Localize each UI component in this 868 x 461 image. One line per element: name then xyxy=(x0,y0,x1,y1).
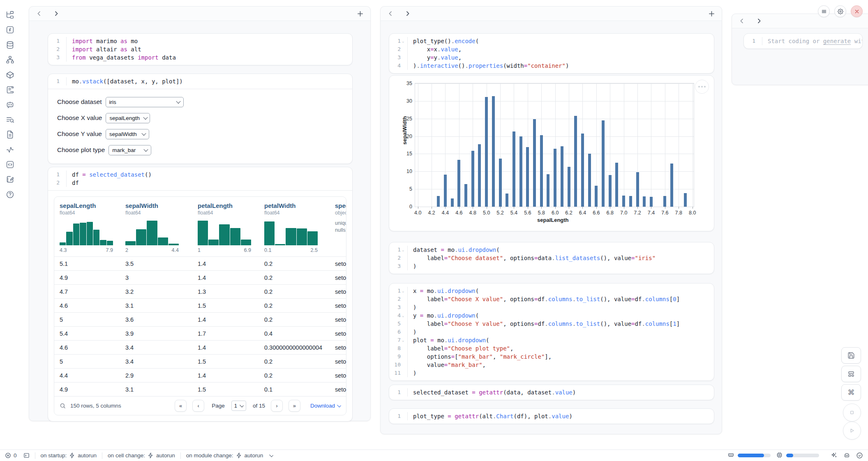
chevron-right-icon[interactable] xyxy=(53,10,60,17)
fold-caret-icon[interactable]: ⌄ xyxy=(402,246,405,254)
table-row[interactable]: 53.61.40.2setosa xyxy=(54,312,346,326)
code-editor-vstack[interactable]: 1mo.vstack([dataset, x, y, plot]) xyxy=(48,74,352,89)
dropdown-x-value[interactable]: sepalLength xyxy=(106,113,150,123)
code-editor-selected[interactable]: 1selected_dataset = getattr(data, datase… xyxy=(389,385,714,400)
code-editor-df[interactable]: 1df = selected_dataset()2df xyxy=(48,167,352,190)
save-button[interactable] xyxy=(841,347,861,364)
layout-button[interactable] xyxy=(841,366,861,382)
controls-output: Choose datasetirisChoose X valuesepalLen… xyxy=(48,89,352,164)
column-header-sepalLength[interactable]: sepalLengthfloat644.37.9 xyxy=(54,202,120,256)
add-cell-icon[interactable] xyxy=(357,10,364,17)
copilot-icon[interactable] xyxy=(843,452,850,459)
terminal-icon[interactable] xyxy=(23,452,30,459)
fold-caret-icon[interactable]: ⌄ xyxy=(402,311,405,320)
database-icon[interactable] xyxy=(6,41,14,49)
code-line: 1⌄plot_type().encode( xyxy=(389,37,714,45)
on-startup-setting[interactable]: on startup: autorun xyxy=(41,452,97,459)
column-header-species[interactable]: speciesobjectunique:nulls: xyxy=(330,202,346,256)
fold-caret-icon[interactable]: ⌄ xyxy=(402,336,405,344)
shutdown-button[interactable] xyxy=(851,5,863,17)
page-count: of 15 xyxy=(253,403,265,409)
table-row[interactable]: 5.43.91.70.4setosa xyxy=(54,326,346,340)
chart-bar xyxy=(471,151,474,207)
x-tick-mark xyxy=(528,207,528,209)
status-bar: 0 on startup: autorun on cell change: au… xyxy=(0,449,868,461)
code-line: 1plot_type = getattr(alt.Chart(df), plot… xyxy=(389,412,714,420)
code-editor-ptype[interactable]: 1plot_type = getattr(alt.Chart(df), plot… xyxy=(389,409,714,424)
settings-button[interactable] xyxy=(834,5,846,17)
next-page-button[interactable]: › xyxy=(271,400,283,412)
line-number: 4 xyxy=(389,62,408,70)
list-search-icon[interactable] xyxy=(6,115,14,124)
column-header-sepalWidth[interactable]: sepalWidthfloat6424.4 xyxy=(120,202,192,256)
dropdown-y-value[interactable]: sepalWidth xyxy=(106,129,149,139)
chevron-left-icon[interactable] xyxy=(387,10,394,17)
cell-selected-dataset: 1selected_dataset = getattr(data, datase… xyxy=(389,385,714,400)
column-header-petalLength[interactable]: petalLengthfloat6416.9 xyxy=(192,202,259,256)
last-page-button[interactable]: » xyxy=(289,400,300,412)
first-page-button[interactable]: « xyxy=(175,400,187,412)
error-indicator[interactable]: 0 xyxy=(5,452,17,459)
prev-page-button[interactable]: ‹ xyxy=(192,400,204,412)
table-row[interactable]: 4.931.40.2setosa xyxy=(54,270,346,284)
table-row[interactable]: 5.13.51.40.2setosa xyxy=(54,256,346,270)
download-button[interactable]: Download xyxy=(310,403,341,409)
keyboard-shortcuts-button[interactable]: ⌘ xyxy=(841,384,861,401)
y-tick-label: 35 xyxy=(406,81,415,86)
run-button[interactable] xyxy=(843,422,861,440)
chevron-left-icon[interactable] xyxy=(739,18,745,24)
table-row[interactable]: 4.42.91.40.2setosa xyxy=(54,368,346,382)
column-min-max: 4.37.9 xyxy=(60,247,113,256)
code-square-icon[interactable] xyxy=(6,160,14,169)
function-square-icon[interactable] xyxy=(6,25,14,34)
table-row[interactable]: 4.63.11.50.2setosa xyxy=(54,298,346,312)
search-icon[interactable] xyxy=(60,403,66,409)
code-text: label="Choose Y value", options=df.colum… xyxy=(408,320,680,328)
chart-plot[interactable]: 051015202530354.04.24.44.64.85.05.25.45.… xyxy=(415,83,694,207)
scroll-icon[interactable] xyxy=(6,85,14,94)
chart-menu-button[interactable] xyxy=(695,80,709,94)
file-text-icon[interactable] xyxy=(6,130,14,139)
on-module-change-setting[interactable]: on module change: autorun xyxy=(186,452,273,459)
package-icon[interactable] xyxy=(6,71,14,79)
dropdown-dataset[interactable]: iris xyxy=(106,97,184,107)
sparkles-icon[interactable] xyxy=(831,452,838,459)
fold-caret-icon[interactable]: ⌄ xyxy=(402,287,405,295)
add-cell-icon[interactable] xyxy=(708,10,715,17)
file-tree-icon[interactable] xyxy=(6,11,14,19)
table-row[interactable]: 53.41.50.2setosa xyxy=(54,354,346,368)
column-header-petalWidth[interactable]: petalWidthfloat640.12.5 xyxy=(259,202,330,256)
fold-caret-icon[interactable]: ⌄ xyxy=(402,37,405,45)
table-cell: 4.9 xyxy=(54,386,120,393)
table-row[interactable]: 4.63.41.40.3000000000000004setosa xyxy=(54,340,346,354)
menu-button[interactable] xyxy=(818,5,830,17)
code-editor-plot[interactable]: 1⌄plot_type().encode(2 x=x.value,3 y=y.v… xyxy=(389,34,714,73)
activity-icon[interactable] xyxy=(6,145,14,154)
table-row[interactable]: 4.73.21.30.2setosa xyxy=(54,284,346,298)
chevron-right-icon[interactable] xyxy=(404,10,411,17)
x-tick-label: 4.2 xyxy=(428,210,435,216)
page-select[interactable]: 1 xyxy=(231,401,246,411)
code-line: 4⌄y = mo.ui.dropdown( xyxy=(389,311,714,320)
stop-button[interactable] xyxy=(843,403,861,422)
help-circle-icon[interactable] xyxy=(6,190,14,199)
code-line: 1Start coding or generate with AI. xyxy=(744,37,862,45)
code-editor-imports[interactable]: 1import marimo as mo2import altair as al… xyxy=(48,34,352,65)
table-cell: 0.2 xyxy=(259,260,330,267)
bot-chat-icon[interactable] xyxy=(6,100,14,109)
chevron-left-icon[interactable] xyxy=(36,10,42,17)
y-tick-label: 10 xyxy=(406,168,415,174)
on-cell-change-setting[interactable]: on cell change: autorun xyxy=(108,452,175,459)
x-tick-mark xyxy=(582,207,583,209)
code-line: 8 label="Choose plot type", xyxy=(389,344,714,353)
table-row[interactable]: 4.93.11.50.1setosa xyxy=(54,382,346,396)
code-editor-dataset[interactable]: 1⌄dataset = mo.ui.dropdown(2 label="Choo… xyxy=(389,242,714,274)
table-cell: setosa xyxy=(330,316,346,323)
code-editor-xyplot[interactable]: 1⌄x = mo.ui.dropdown(2 label="Choose X v… xyxy=(389,284,714,380)
workflow-icon[interactable] xyxy=(6,55,14,64)
check-circle-icon[interactable] xyxy=(856,452,863,459)
chevron-right-icon[interactable] xyxy=(756,18,762,24)
dropdown-plot-type[interactable]: mark_bar xyxy=(108,145,151,155)
notebook-pen-icon[interactable] xyxy=(6,175,14,184)
scratchpad-editor[interactable]: 1Start coding or generate with AI. xyxy=(744,34,862,48)
